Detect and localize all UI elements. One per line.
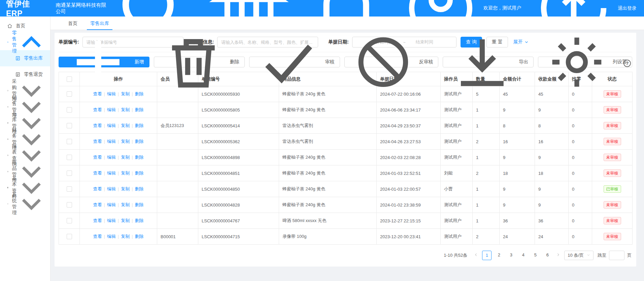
action-edit-link[interactable]: 编辑 [107,218,116,223]
unaudit-button[interactable]: 反审核 [344,57,439,67]
action-edit-link[interactable]: 编辑 [107,107,116,112]
action-edit-link[interactable]: 编辑 [107,155,116,160]
cell-actions: 查看|编辑|复制|删除 [80,197,157,213]
action-view-link[interactable]: 查看 [93,123,102,128]
action-delete-link[interactable]: 删除 [135,155,144,160]
action-copy-link[interactable]: 复制 [121,139,130,144]
next-page-button[interactable] [555,251,562,260]
action-copy-link[interactable]: 复制 [121,218,130,223]
row-checkbox[interactable] [67,234,72,239]
action-separator: | [104,218,105,223]
action-view-link[interactable]: 查看 [93,202,102,207]
row-checkbox[interactable] [67,202,72,208]
action-copy-link[interactable]: 复制 [121,234,130,239]
cell-bill-date: 2024-01-03 22:00:57 [377,181,441,197]
cell-operator: 测试用户 [441,150,473,165]
row-checkbox[interactable] [67,107,72,113]
action-delete-link[interactable]: 删除 [135,218,144,223]
page-size-select[interactable]: 10 条/页 [564,251,594,260]
cell-quantity: 1 [473,150,500,165]
action-separator: | [118,155,119,160]
jump-input[interactable] [609,251,624,260]
page-1-button[interactable]: 1 [482,251,492,260]
action-edit-link[interactable]: 编辑 [107,186,116,191]
action-copy-link[interactable]: 复制 [121,155,130,160]
sidebar-item-label: 零售出库 [24,55,43,61]
action-separator: | [132,202,133,207]
cell-change: 0 [569,150,592,165]
tab-retail-outbound[interactable]: 零售出库 [87,17,112,30]
cell-bill-date: 2023-12-20 00:23:41 [377,229,441,245]
action-copy-link[interactable]: 复制 [121,186,130,191]
action-delete-link[interactable]: 删除 [135,186,144,191]
action-delete-link[interactable]: 删除 [135,234,144,239]
page-6-button[interactable]: 6 [543,251,552,260]
cell-member [157,150,198,165]
row-checkbox[interactable] [67,123,72,128]
cell-quantity: 1 [473,102,500,118]
row-checkbox[interactable] [67,170,72,176]
action-edit-link[interactable]: 编辑 [107,202,116,207]
action-delete-link[interactable]: 删除 [135,202,144,207]
row-checkbox[interactable] [67,186,72,192]
action-copy-link[interactable]: 复制 [121,123,130,128]
cell-total-amount: 16 [500,134,535,150]
action-edit-link[interactable]: 编辑 [107,234,116,239]
delete-button[interactable]: 删除 [154,57,245,67]
action-view-link[interactable]: 查看 [93,234,102,239]
sidebar-item-retail-management[interactable]: 零售管理 [0,34,50,50]
action-delete-link[interactable]: 删除 [135,107,144,112]
cell-actions: 查看|编辑|复制|删除 [80,229,157,245]
action-view-link[interactable]: 查看 [93,155,102,160]
action-delete-link[interactable]: 删除 [135,91,144,96]
chevron-left-icon [474,253,478,257]
chevron-right-icon [556,253,560,257]
action-delete-link[interactable]: 删除 [135,139,144,144]
page-3-button[interactable]: 3 [506,251,516,260]
action-copy-link[interactable]: 复制 [121,202,130,207]
cell-quantity: 2 [473,165,500,181]
action-copy-link[interactable]: 复制 [121,170,130,176]
action-separator: | [104,139,105,144]
action-view-link[interactable]: 查看 [93,186,102,191]
action-separator: | [118,186,119,191]
cell-member [157,197,198,213]
table-row: 查看|编辑|复制|删除LSCK00000005805蜂蜜柚子茶 240g 黄色2… [59,102,633,118]
sidebar-item-system-management[interactable]: 系统管理 [0,196,50,212]
row-checkbox[interactable] [67,155,72,160]
page-4-button[interactable]: 4 [518,251,528,260]
cell-bill-no: LSCK00000004828 [198,197,279,213]
cell-received-amount: 16 [535,134,569,150]
audit-button[interactable]: 审核 [249,57,340,67]
action-view-link[interactable]: 查看 [93,170,102,176]
action-edit-link[interactable]: 编辑 [107,123,116,128]
row-checkbox[interactable] [67,218,72,223]
action-view-link[interactable]: 查看 [93,107,102,112]
action-separator: | [104,170,105,176]
action-delete-link[interactable]: 删除 [135,170,144,176]
status-badge: 未审核 [604,217,621,224]
prev-page-button[interactable] [473,251,479,260]
cart-icon [7,104,9,110]
page-2-button[interactable]: 2 [494,251,504,260]
orders-table: 操作会员单据编号商品信息单据日期操作员数量金额合计收款金额找零状态 查看|编辑|… [59,72,633,245]
cell-bill-date: 2024-06-06 23:34:17 [377,102,441,118]
action-edit-link[interactable]: 编辑 [107,139,116,144]
page-5-button[interactable]: 5 [531,251,540,260]
action-separator: | [104,123,105,128]
tab-home[interactable]: 首页 [65,17,81,30]
help-icon[interactable]: ? [623,60,631,67]
column-settings-button[interactable]: 列设置 [538,57,632,67]
action-copy-link[interactable]: 复制 [121,107,130,112]
warehouse-icon [7,120,9,126]
cell-received-amount: 9 [535,197,569,213]
row-checkbox[interactable] [67,139,72,144]
action-delete-link[interactable]: 删除 [135,123,144,128]
action-view-link[interactable]: 查看 [93,218,102,223]
add-button[interactable]: 新增 [59,57,149,67]
action-view-link[interactable]: 查看 [93,139,102,144]
content-card: 单据编号: 商品信息: 单据日期: 开始时间 ~ 结束时间 [55,33,636,267]
action-edit-link[interactable]: 编辑 [107,170,116,176]
cell-bill-no: LSCK00000005414 [198,118,279,134]
export-button[interactable]: 导出 [443,57,534,67]
